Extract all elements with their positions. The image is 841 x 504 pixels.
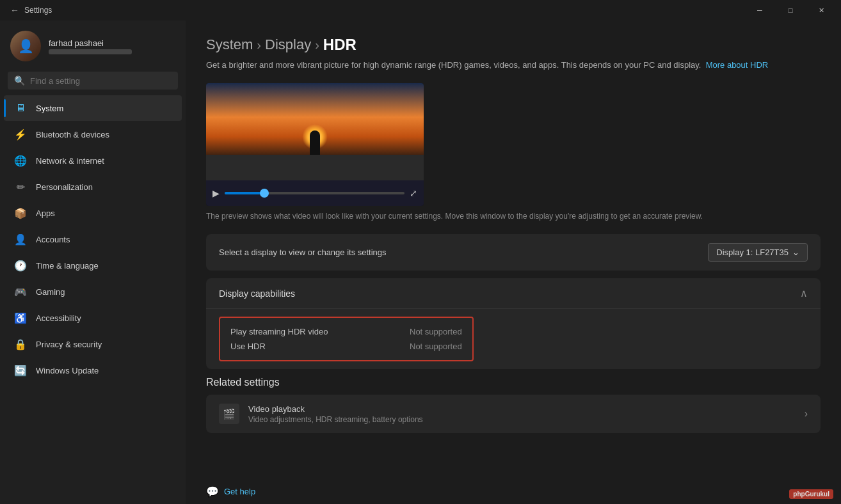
display-selector-row: Select a display to view or change its s… — [206, 234, 821, 271]
related-settings: Related settings 🎬 Video playback Video … — [206, 377, 821, 433]
display-selector-label: Select a display to view or change its s… — [219, 248, 387, 257]
video-preview: ▶ ⤢ — [206, 83, 424, 206]
accessibility-icon: ♿ — [14, 311, 27, 324]
video-controls: ▶ ⤢ — [206, 180, 424, 206]
breadcrumb-sep-2: › — [315, 38, 319, 52]
search-input[interactable] — [30, 76, 172, 86]
chevron-up-icon: ∧ — [800, 287, 808, 299]
accounts-icon: 👤 — [14, 233, 27, 246]
related-item-video-playback[interactable]: 🎬 Video playback Video adjustments, HDR … — [206, 395, 821, 433]
sidebar-item-label-network: Network & internet — [36, 156, 104, 166]
play-button[interactable]: ▶ — [212, 188, 220, 198]
privacy-icon: 🔒 — [14, 338, 27, 350]
back-icon[interactable]: ← — [10, 5, 19, 15]
progress-fill — [225, 192, 264, 194]
sidebar-item-network[interactable]: 🌐 Network & internet — [4, 148, 182, 173]
system-icon: 🖥 — [14, 102, 27, 114]
sidebar-item-label-apps: Apps — [36, 209, 55, 218]
capabilities-title: Display capabilities — [219, 288, 295, 299]
sidebar-item-label-personalization: Personalization — [36, 182, 93, 192]
sidebar-item-update[interactable]: 🔄 Windows Update — [4, 358, 182, 383]
display-selector-section: Select a display to view or change its s… — [206, 234, 821, 271]
sidebar-item-label-update: Windows Update — [36, 366, 99, 375]
progress-thumb — [260, 189, 269, 198]
sidebar-nav: 🖥 System ⚡ Bluetooth & devices 🌐 Network… — [0, 95, 186, 384]
search-box[interactable]: 🔍 — [8, 72, 178, 90]
related-item-left: 🎬 Video playback Video adjustments, HDR … — [219, 404, 423, 424]
capabilities-section: Display capabilities ∧ Play streaming HD… — [206, 278, 821, 369]
breadcrumb-hdr: HDR — [323, 36, 356, 54]
sidebar-item-label-accessibility: Accessibility — [36, 313, 81, 323]
sidebar-item-accessibility[interactable]: ♿ Accessibility — [4, 305, 182, 331]
title-bar-left: ← Settings — [10, 5, 52, 15]
hdr-capabilities-box: Play streaming HDR video Not supported U… — [219, 317, 474, 361]
minimize-button[interactable]: ─ — [745, 0, 774, 20]
more-about-hdr-link[interactable]: More about HDR — [706, 60, 769, 70]
fullscreen-button[interactable]: ⤢ — [410, 188, 417, 198]
related-item-chevron-icon: › — [805, 408, 808, 420]
dropdown-chevron-icon: ⌄ — [792, 248, 799, 257]
network-icon: 🌐 — [14, 154, 27, 167]
sidebar: 👤 farhad pashaei 🔍 🖥 System ⚡ Bluetooth … — [0, 20, 186, 504]
maximize-button[interactable]: □ — [776, 0, 805, 20]
capabilities-content: Play streaming HDR video Not supported U… — [206, 309, 821, 369]
user-email-bar — [49, 49, 132, 54]
avatar: 👤 — [10, 31, 41, 61]
user-section: 👤 farhad pashaei — [0, 20, 186, 69]
sidebar-item-gaming[interactable]: 🎮 Gaming — [4, 279, 182, 304]
close-button[interactable]: ✕ — [806, 0, 836, 20]
video-caption: The preview shows what video will look l… — [206, 211, 821, 222]
related-item-subtitle: Video adjustments, HDR streaming, batter… — [248, 415, 423, 424]
video-bridge — [206, 155, 424, 180]
sidebar-item-privacy[interactable]: 🔒 Privacy & security — [4, 331, 182, 357]
bottom-bar: 💬 Get help — [186, 478, 841, 504]
capability-status-streaming: Not supported — [410, 327, 462, 336]
capability-row-usehdr: Use HDR Not supported — [230, 339, 462, 354]
sidebar-item-label-bluetooth: Bluetooth & devices — [36, 130, 109, 139]
breadcrumb: System › Display › HDR — [206, 36, 821, 54]
sidebar-item-label-privacy: Privacy & security — [36, 340, 102, 349]
page-description: Get a brighter and more vibrant picture … — [206, 59, 821, 72]
breadcrumb-sep-1: › — [257, 38, 261, 52]
gaming-icon: 🎮 — [14, 285, 27, 298]
related-item-title: Video playback — [248, 404, 423, 414]
sidebar-item-system[interactable]: 🖥 System — [4, 95, 182, 121]
breadcrumb-system[interactable]: System — [206, 36, 253, 53]
related-settings-title: Related settings — [206, 377, 821, 388]
progress-bar[interactable] — [225, 192, 404, 194]
bluetooth-icon: ⚡ — [14, 128, 27, 141]
display-value: Display 1: LF27T35 — [716, 248, 789, 257]
avatar-inner: 👤 — [10, 31, 41, 61]
main-content: System › Display › HDR Get a brighter an… — [186, 20, 841, 504]
capability-name-usehdr: Use HDR — [230, 342, 358, 351]
video-scene — [206, 83, 424, 180]
sidebar-item-bluetooth[interactable]: ⚡ Bluetooth & devices — [4, 122, 182, 147]
sidebar-item-apps[interactable]: 📦 Apps — [4, 200, 182, 226]
video-playback-icon: 🎬 — [219, 404, 239, 424]
sidebar-item-accounts[interactable]: 👤 Accounts — [4, 226, 182, 252]
personalization-icon: ✏ — [14, 180, 27, 193]
sidebar-item-label-system: System — [36, 104, 63, 113]
apps-icon: 📦 — [14, 207, 27, 219]
search-icon: 🔍 — [14, 75, 25, 86]
capability-name-streaming: Play streaming HDR video — [230, 327, 358, 336]
capabilities-header[interactable]: Display capabilities ∧ — [206, 278, 821, 309]
sidebar-item-label-time: Time & language — [36, 261, 99, 271]
get-help-link[interactable]: Get help — [224, 487, 255, 496]
php-watermark: phpGurukul — [789, 489, 833, 499]
update-icon: 🔄 — [14, 364, 27, 377]
user-info: farhad pashaei — [49, 38, 132, 54]
time-icon: 🕐 — [14, 259, 27, 272]
user-name: farhad pashaei — [49, 38, 132, 48]
display-dropdown[interactable]: Display 1: LF27T35 ⌄ — [708, 243, 808, 262]
window-controls: ─ □ ✕ — [745, 0, 836, 20]
app-layout: 👤 farhad pashaei 🔍 🖥 System ⚡ Bluetooth … — [0, 20, 841, 504]
sidebar-item-label-accounts: Accounts — [36, 235, 70, 244]
sidebar-item-label-gaming: Gaming — [36, 287, 65, 297]
help-icon: 💬 — [206, 485, 219, 498]
breadcrumb-display[interactable]: Display — [265, 36, 311, 53]
sidebar-item-time[interactable]: 🕐 Time & language — [4, 253, 182, 278]
sidebar-item-personalization[interactable]: ✏ Personalization — [4, 174, 182, 200]
app-title: Settings — [24, 6, 52, 15]
related-item-text: Video playback Video adjustments, HDR st… — [248, 404, 423, 424]
